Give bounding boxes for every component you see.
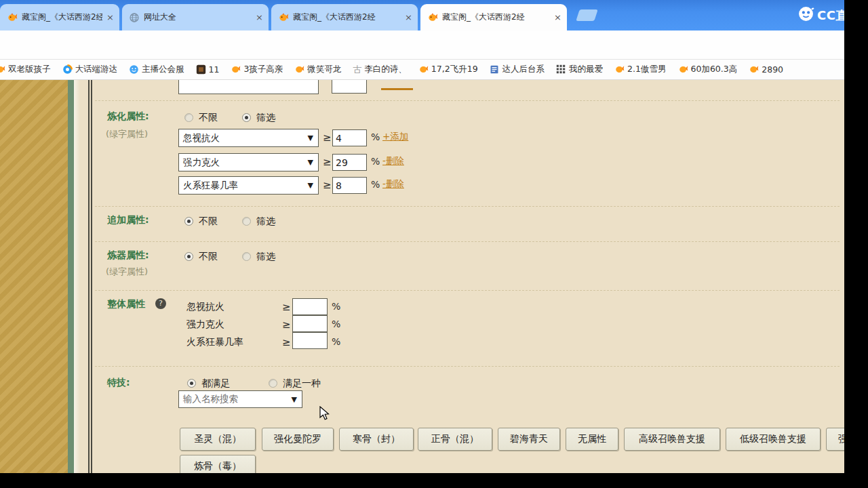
close-icon[interactable]: × <box>106 12 114 22</box>
skill-button[interactable]: 圣灵（混） <box>180 428 256 451</box>
select-value: 忽视抗火 <box>183 132 220 144</box>
bookmark-item[interactable]: 17,2飞升19 <box>418 64 478 75</box>
truncated-input[interactable] <box>332 80 367 94</box>
bookmark-label: 11 <box>209 64 220 75</box>
skill-button[interactable]: 炼骨（毒） <box>180 455 256 473</box>
goldfish-icon <box>0 64 5 75</box>
skill-search-combo[interactable]: 输入名称搜索 ▼ <box>178 390 302 408</box>
new-tab-button[interactable] <box>576 9 598 21</box>
section-divider <box>95 290 840 291</box>
skill-all-label[interactable]: 都满足 <box>201 378 230 390</box>
refine-value-input-1[interactable] <box>332 129 367 146</box>
bookmark-item[interactable]: 2890 <box>749 64 783 75</box>
forge-filter-radio[interactable] <box>242 252 251 261</box>
refine-unlimited-radio[interactable] <box>184 113 193 122</box>
screen: 藏宝阁_《大话西游2经 × 网址大全 × 藏宝阁_《大话西游2经 × 藏宝阁_《… <box>0 0 868 488</box>
truncated-link[interactable] <box>381 88 413 90</box>
refine-attr-select-2[interactable]: 强力克火 ▼ <box>178 153 319 171</box>
bookmark-label: 我的最爱 <box>569 64 603 75</box>
skill-all-radio[interactable] <box>187 379 196 388</box>
skill-one-label[interactable]: 满足一种 <box>283 378 321 390</box>
bookmark-label: 双老版孩子 <box>8 64 51 75</box>
bookmark-item[interactable]: 60加60.3高 <box>678 64 738 75</box>
bookmark-item[interactable]: 3孩子高亲 <box>231 64 283 75</box>
skill-button[interactable]: 碧海青天 <box>498 428 560 451</box>
bookmark-item[interactable]: 11 <box>196 64 220 75</box>
goldfish-favicon-icon <box>7 12 18 23</box>
forge-filter-label[interactable]: 筛选 <box>256 251 275 263</box>
truncated-select[interactable] <box>178 80 319 94</box>
forge-unlimited-radio[interactable] <box>184 252 193 261</box>
skill-button[interactable]: 寒骨（封） <box>339 428 414 451</box>
skill-button[interactable]: 强 <box>826 428 844 451</box>
bookmark-item[interactable]: 2.1傲雪男 <box>614 64 666 75</box>
bookmark-item[interactable]: 微笑哥龙 <box>294 64 341 75</box>
forge-attr-sublabel: (绿字属性) <box>106 266 148 278</box>
gte-symbol: ≥ <box>323 131 332 144</box>
chevron-down-icon: ▼ <box>308 158 313 167</box>
add-attr-link[interactable]: +添加 <box>382 131 408 143</box>
cc-panda-icon <box>797 5 814 25</box>
append-filter-label[interactable]: 筛选 <box>256 216 275 228</box>
append-filter-radio[interactable] <box>242 217 251 226</box>
skill-one-radio[interactable] <box>269 379 277 388</box>
goldfish-icon <box>294 64 304 75</box>
smiley-icon <box>129 64 139 75</box>
skill-button[interactable]: 高级召唤兽支援 <box>624 428 720 451</box>
skill-button[interactable]: 无属性 <box>566 428 618 451</box>
refine-attr-sublabel: (绿字属性) <box>106 128 148 140</box>
bookmark-item[interactable]: 古 李白的诗、 <box>353 64 407 76</box>
bookmark-item[interactable]: 双老版孩子 <box>0 64 51 75</box>
bookmark-label: 李白的诗、 <box>364 64 407 75</box>
refine-attr-select-3[interactable]: 火系狂暴几率 ▼ <box>178 176 319 195</box>
refine-attr-select-1[interactable]: 忽视抗火 ▼ <box>178 129 319 147</box>
section-divider <box>95 241 840 242</box>
delete-attr-link[interactable]: -删除 <box>382 178 404 190</box>
goldfish-icon <box>418 64 429 75</box>
append-unlimited-radio[interactable] <box>184 217 193 226</box>
refine-value-input-2[interactable] <box>332 154 367 171</box>
select-value: 火系狂暴几率 <box>183 180 238 192</box>
refine-unlimited-label[interactable]: 不限 <box>199 112 218 124</box>
forge-unlimited-label[interactable]: 不限 <box>199 251 218 263</box>
bookmark-item[interactable]: 主播公会服 <box>129 64 184 75</box>
refine-filter-radio[interactable] <box>242 113 251 122</box>
skill-button[interactable]: 正骨（混） <box>418 428 492 451</box>
goldfish-favicon-icon <box>427 12 438 23</box>
append-unlimited-label[interactable]: 不限 <box>199 216 218 228</box>
tab-cbg-active[interactable]: 藏宝阁_《大话西游2经 × <box>420 4 567 30</box>
chevron-down-icon: ▼ <box>308 134 313 142</box>
overall-attr-name: 强力克火 <box>186 319 224 331</box>
skill-button[interactable]: 低级召唤兽支援 <box>726 428 821 451</box>
bookmark-item[interactable]: 大话端游达 <box>62 64 118 75</box>
document-icon <box>490 64 500 75</box>
delete-attr-link[interactable]: -删除 <box>382 155 404 167</box>
gte-symbol: ≥ <box>282 319 291 331</box>
page-content: 炼化属性: (绿字属性) 不限 筛选 忽视抗火 ▼ ≥ % +添加 强力克火 ▼… <box>0 80 844 473</box>
help-icon[interactable]: ? <box>155 298 166 309</box>
refine-filter-label[interactable]: 筛选 <box>256 112 275 124</box>
goldfish-favicon-icon <box>278 12 289 23</box>
close-icon[interactable]: × <box>256 12 263 22</box>
dark-game-icon <box>196 64 206 75</box>
overall-value-input-2[interactable] <box>292 315 328 332</box>
tab-cbg-2[interactable]: 藏宝阁_《大话西游2经 × <box>271 4 418 30</box>
green-stripe <box>68 80 74 473</box>
browser-toolbar: ▾ https://xy2.cbg.163.com/cgi-bin/equipq… <box>0 30 844 60</box>
overall-value-input-3[interactable] <box>292 332 328 349</box>
skill-button[interactable]: 强化曼陀罗 <box>262 428 334 451</box>
close-icon[interactable]: × <box>554 12 561 22</box>
bookmark-item[interactable]: 达人后台系 <box>490 64 545 75</box>
tab-title: 网址大全 <box>144 12 252 23</box>
section-divider <box>95 100 840 101</box>
overall-value-input-1[interactable] <box>292 298 328 315</box>
bookmark-item[interactable]: 我的最爱 <box>556 64 603 75</box>
append-attr-label: 追加属性: <box>107 214 149 226</box>
tab-sites[interactable]: 网址大全 × <box>122 4 269 30</box>
bookmark-label: 达人后台系 <box>502 64 545 75</box>
refine-value-input-3[interactable] <box>332 177 367 194</box>
goldfish-icon <box>749 64 759 75</box>
close-icon[interactable]: × <box>405 12 412 22</box>
tab-cbg-1[interactable]: 藏宝阁_《大话西游2经 × <box>0 4 119 30</box>
left-decorative-strip <box>0 80 68 473</box>
